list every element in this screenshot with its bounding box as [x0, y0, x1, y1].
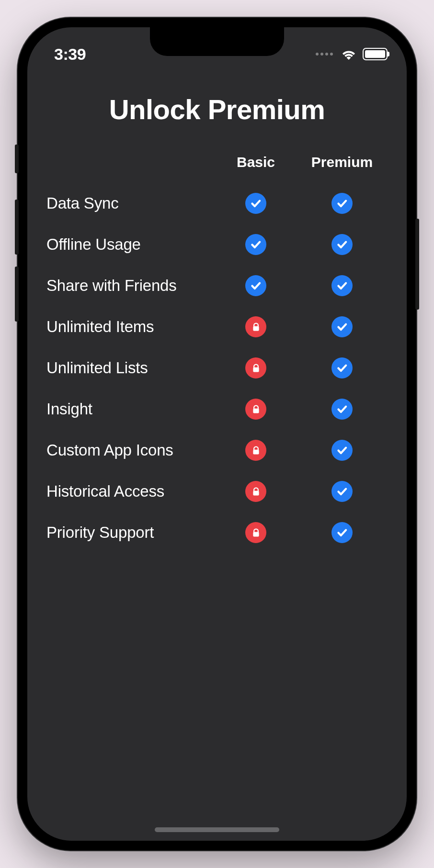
check-icon-premium-6: [331, 440, 353, 461]
activity-dots-icon: [316, 53, 333, 56]
feature-basic-cell: [215, 440, 297, 461]
feature-premium-cell: [297, 316, 388, 337]
feature-row: Offline Usage: [46, 224, 388, 265]
volume-up-button[interactable]: [15, 200, 19, 255]
comparison-header: Basic Premium: [46, 154, 388, 170]
check-icon-premium-3: [331, 316, 353, 337]
check-icon-basic-1: [245, 234, 266, 255]
phone-frame: 3:39 Unlock Premium: [18, 18, 416, 850]
home-indicator[interactable]: [155, 827, 279, 832]
feature-basic-cell: [215, 481, 297, 502]
feature-row: Unlimited Lists: [46, 347, 388, 389]
feature-basic-cell: [215, 399, 297, 420]
svg-rect-5: [253, 532, 259, 536]
svg-rect-2: [253, 408, 259, 413]
check-icon-premium-8: [331, 522, 353, 543]
feature-premium-cell: [297, 440, 388, 461]
volume-down-button[interactable]: [15, 267, 19, 322]
feature-label: Historical Access: [46, 482, 215, 501]
feature-premium-cell: [297, 522, 388, 543]
svg-rect-0: [253, 326, 259, 331]
feature-row: Priority Support: [46, 512, 388, 553]
wifi-icon: [341, 48, 356, 60]
feature-label: Unlimited Lists: [46, 359, 215, 377]
column-header-basic: Basic: [215, 154, 297, 170]
feature-row: Custom App Icons: [46, 430, 388, 471]
feature-basic-cell: [215, 234, 297, 255]
check-icon-premium-4: [331, 357, 353, 378]
feature-label: Custom App Icons: [46, 441, 215, 459]
feature-list: Data SyncOffline UsageShare with Friends…: [46, 183, 388, 553]
feature-row: Insight: [46, 389, 388, 430]
check-icon-basic-2: [245, 275, 266, 296]
feature-label: Insight: [46, 400, 215, 418]
feature-basic-cell: [215, 357, 297, 378]
svg-rect-1: [253, 367, 259, 372]
feature-row: Data Sync: [46, 183, 388, 224]
column-header-premium: Premium: [297, 154, 388, 170]
page-title: Unlock Premium: [46, 93, 388, 125]
feature-premium-cell: [297, 357, 388, 378]
feature-label: Share with Friends: [46, 277, 215, 295]
feature-row: Historical Access: [46, 471, 388, 512]
feature-basic-cell: [215, 316, 297, 337]
check-icon-premium-7: [331, 481, 353, 502]
feature-label: Offline Usage: [46, 235, 215, 254]
check-icon-premium-5: [331, 399, 353, 420]
status-indicators: [316, 48, 388, 60]
notch: [150, 27, 284, 56]
check-icon-premium-1: [331, 234, 353, 255]
check-icon-premium-0: [331, 193, 353, 214]
feature-basic-cell: [215, 275, 297, 296]
feature-premium-cell: [297, 399, 388, 420]
lock-icon-basic-3: [245, 316, 266, 337]
lock-icon-basic-7: [245, 481, 266, 502]
feature-label: Data Sync: [46, 194, 215, 212]
content: Unlock Premium Basic Premium Data SyncOf…: [27, 70, 407, 553]
feature-label: Priority Support: [46, 523, 215, 542]
lock-icon-basic-4: [245, 357, 266, 378]
silence-switch[interactable]: [15, 145, 19, 173]
feature-premium-cell: [297, 193, 388, 214]
feature-basic-cell: [215, 522, 297, 543]
feature-row: Share with Friends: [46, 265, 388, 306]
lock-icon-basic-5: [245, 399, 266, 420]
lock-icon-basic-6: [245, 440, 266, 461]
feature-row: Unlimited Items: [46, 306, 388, 347]
check-icon-premium-2: [331, 275, 353, 296]
check-icon-basic-0: [245, 193, 266, 214]
feature-premium-cell: [297, 481, 388, 502]
screen: 3:39 Unlock Premium: [27, 27, 407, 841]
status-time: 3:39: [54, 45, 86, 64]
battery-icon: [363, 48, 388, 60]
svg-rect-4: [253, 490, 259, 495]
feature-basic-cell: [215, 193, 297, 214]
svg-rect-3: [253, 449, 259, 454]
feature-premium-cell: [297, 234, 388, 255]
feature-label: Unlimited Items: [46, 318, 215, 336]
power-button[interactable]: [415, 219, 419, 310]
lock-icon-basic-8: [245, 522, 266, 543]
feature-premium-cell: [297, 275, 388, 296]
